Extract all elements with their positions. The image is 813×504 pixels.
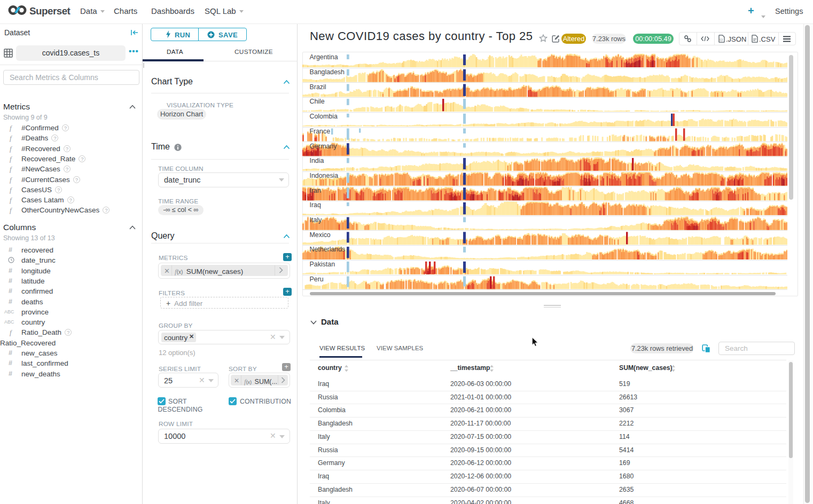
svg-text:{;}: {;}: [720, 38, 723, 41]
